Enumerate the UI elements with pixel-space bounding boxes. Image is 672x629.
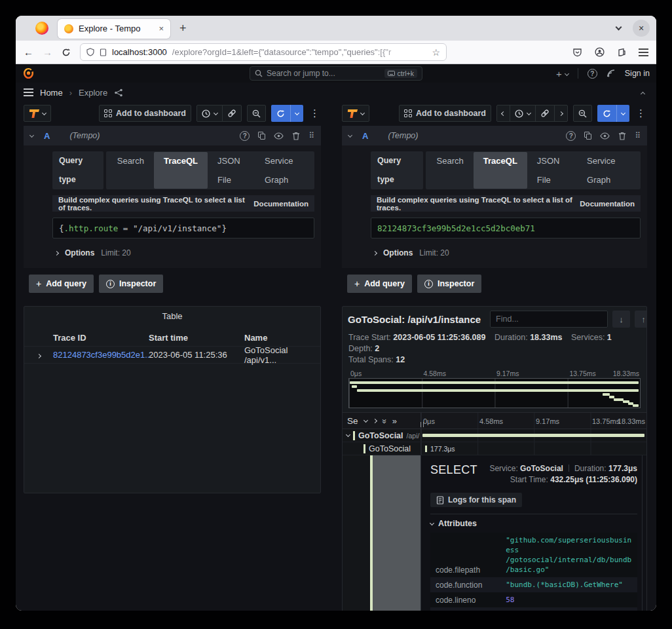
run-query-interval-dropdown[interactable] <box>290 105 303 122</box>
run-query-button[interactable] <box>597 105 629 122</box>
grafana-logo-icon[interactable] <box>22 67 35 80</box>
drag-handle-icon[interactable]: ⠿ <box>308 131 314 140</box>
tab-traceql[interactable]: TraceQL <box>154 152 208 189</box>
new-tab-button[interactable]: + <box>179 22 187 35</box>
time-picker-button[interactable] <box>510 105 536 122</box>
span-row-child[interactable]: GoToSocial 177.3μs <box>343 442 646 455</box>
documentation-link[interactable]: Documentation <box>580 200 635 208</box>
breadcrumb-home[interactable]: Home <box>40 88 63 98</box>
traceql-query-input[interactable]: {.http.route = "/api/v1/instance"} <box>52 218 314 238</box>
tab-search[interactable]: Search <box>107 151 154 189</box>
span-row-root[interactable]: GoToSocial /api/ <box>343 429 646 442</box>
reload-icon[interactable] <box>62 48 71 57</box>
logs-for-span-button[interactable]: Logs for this span <box>430 493 522 507</box>
detail-scrollbar[interactable] <box>642 455 643 611</box>
zoom-out-button[interactable] <box>573 105 592 122</box>
documentation-link[interactable]: Documentation <box>253 200 308 208</box>
sign-in-link[interactable]: Sign in <box>625 69 650 78</box>
new-menu-button[interactable]: + <box>556 68 569 79</box>
panel-title[interactable]: Table <box>24 307 320 329</box>
trace-minimap[interactable]: 0μs4.58ms9.17ms13.75ms18.33ms <box>348 370 641 408</box>
column-header-trace-id[interactable]: Trace ID <box>53 333 149 343</box>
add-query-button[interactable]: + Add query <box>347 275 412 293</box>
delete-query-trash-icon[interactable] <box>618 132 626 140</box>
tab-close-icon[interactable]: × <box>159 24 164 33</box>
attribute-row[interactable]: code.filepath"github.com/superseriousbus… <box>430 533 637 577</box>
disable-query-eye-icon[interactable] <box>600 132 610 140</box>
attribute-row[interactable]: code.function"bundb.(*basicDB).GetWhere" <box>430 577 637 592</box>
expand-all-icon[interactable]: » <box>379 419 389 423</box>
tab-service-graph[interactable]: Service Graph <box>255 151 313 189</box>
minimap-chart[interactable] <box>348 378 641 408</box>
span-duration-bar[interactable] <box>425 446 427 452</box>
account-icon[interactable] <box>595 47 605 57</box>
query-options-toggle[interactable]: Options Limit: 20 <box>52 244 314 261</box>
column-header-start-time[interactable]: Start time <box>149 333 244 343</box>
tab-json-file[interactable]: JSON File <box>527 151 577 189</box>
disable-query-eye-icon[interactable] <box>274 132 284 140</box>
site-info-icon[interactable] <box>100 48 107 56</box>
breadcrumb-explore[interactable]: Explore <box>79 88 107 98</box>
attribute-row[interactable]: code.lineno58 <box>430 592 637 607</box>
find-next-button[interactable]: ↓ <box>612 311 630 328</box>
news-rss-icon[interactable] <box>607 69 616 78</box>
column-header-name[interactable]: Name <box>244 333 320 343</box>
shield-permissions-icon[interactable] <box>86 48 94 56</box>
query-help-icon[interactable]: ? <box>566 131 576 141</box>
delete-query-trash-icon[interactable] <box>292 132 300 140</box>
collapse-header-icon[interactable] <box>641 88 644 98</box>
inspector-button[interactable]: i Inspector <box>417 275 481 293</box>
trace-id-link[interactable]: 82124873cf3e99b5d2e1... <box>53 350 149 360</box>
collapse-all-icon[interactable]: » <box>392 416 396 426</box>
more-options-icon[interactable]: ⋮ <box>308 107 321 119</box>
query-help-icon[interactable]: ? <box>240 131 250 141</box>
attributes-accordion[interactable]: Attributes <box>430 519 637 528</box>
query-row-header[interactable]: A (Tempo) ? ⠿ <box>342 126 647 145</box>
tab-traceql[interactable]: TraceQL <box>474 152 527 189</box>
run-query-interval-dropdown[interactable] <box>616 105 629 122</box>
find-input[interactable]: Find... <box>490 311 608 328</box>
back-button[interactable]: ← <box>24 47 33 58</box>
zoom-out-button[interactable] <box>247 105 266 122</box>
browser-tab[interactable]: Explore - Tempo × <box>58 19 170 39</box>
time-shift-back-button[interactable] <box>496 105 510 122</box>
add-query-button[interactable]: + Add query <box>29 275 94 293</box>
pocket-icon[interactable] <box>572 48 582 57</box>
menu-toggle-icon[interactable] <box>24 86 33 98</box>
datasource-picker[interactable] <box>24 105 51 122</box>
add-to-dashboard-button[interactable]: Add to dashboard <box>99 105 191 122</box>
run-query-button[interactable] <box>271 105 303 122</box>
copy-link-button[interactable] <box>222 105 242 122</box>
drag-handle-icon[interactable]: ⠿ <box>635 131 641 140</box>
bookmark-star-icon[interactable]: ☆ <box>432 47 440 58</box>
attribute-row[interactable]: db.operation"SELECT" <box>430 607 637 611</box>
inspector-button[interactable]: i Inspector <box>99 275 163 293</box>
datasource-picker[interactable] <box>342 105 369 122</box>
search-input[interactable]: Search or jump to... ctrl+k <box>250 66 422 81</box>
query-options-toggle[interactable]: Options Limit: 20 <box>371 244 641 261</box>
extensions-icon[interactable] <box>617 48 626 57</box>
traceql-query-input[interactable]: 82124873cf3e99b5d2e1cc5d2bc0eb71 <box>371 218 641 238</box>
tab-json-file[interactable]: JSON File <box>208 151 255 189</box>
row-expander-icon[interactable] <box>24 350 53 360</box>
duplicate-query-icon[interactable] <box>258 132 265 140</box>
duplicate-query-icon[interactable] <box>584 132 591 140</box>
tab-search[interactable]: Search <box>427 151 474 189</box>
list-tabs-icon[interactable] <box>616 24 622 31</box>
url-bar[interactable]: localhost:3000 /explore?orgId=1&left={"d… <box>80 43 447 61</box>
app-menu-icon[interactable] <box>639 47 648 58</box>
query-row-header[interactable]: A (Tempo) ? ⠿ <box>24 126 321 145</box>
add-to-dashboard-button[interactable]: Add to dashboard <box>399 105 491 122</box>
expand-row-icon[interactable] <box>372 418 377 423</box>
firefox-logo-icon[interactable] <box>35 22 48 35</box>
table-row[interactable]: 82124873cf3e99b5d2e1... 2023-06-05 11:25… <box>24 346 320 364</box>
more-options-icon[interactable]: ⋮ <box>635 107 647 119</box>
span-duration-bar[interactable] <box>422 434 644 437</box>
tab-service-graph[interactable]: Service Graph <box>577 151 639 189</box>
find-prev-button[interactable]: ↑ <box>635 311 647 328</box>
time-shift-forward-button[interactable] <box>554 105 568 122</box>
time-picker-button[interactable] <box>196 105 223 122</box>
share-icon[interactable] <box>114 88 123 97</box>
copy-link-button[interactable] <box>535 105 555 122</box>
help-icon[interactable]: ? <box>588 69 597 79</box>
